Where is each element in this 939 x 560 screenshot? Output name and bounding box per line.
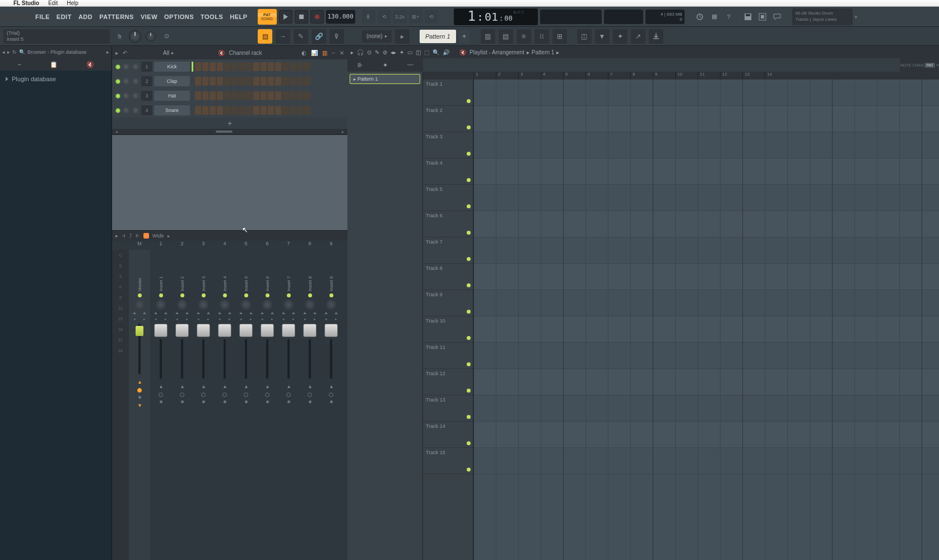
mixer-stereo-icon[interactable]: ◂▸	[133, 317, 146, 321]
step-cell[interactable]	[231, 106, 238, 115]
step-cell[interactable]	[253, 106, 259, 115]
mixer-dock-dot[interactable]	[224, 400, 226, 403]
step-cell[interactable]	[217, 62, 223, 71]
render-icon[interactable]	[756, 11, 769, 23]
mixer-dock-dot[interactable]	[309, 400, 312, 403]
playlist-track-header[interactable]: Track 6	[423, 211, 473, 237]
mixer-pan-knob[interactable]	[134, 300, 145, 310]
mixer-sep-icon[interactable]	[261, 312, 274, 315]
download-icon[interactable]	[649, 29, 663, 44]
step-cell[interactable]	[202, 91, 208, 100]
close-button[interactable]	[3, 13, 10, 20]
step-cell[interactable]	[195, 106, 201, 115]
step-cell[interactable]	[195, 62, 201, 71]
pl-tool-4[interactable]: ⁞⁞	[534, 29, 549, 44]
fx-arrow-icon[interactable]: ▴	[266, 383, 269, 389]
mixer-stereo-icon[interactable]: ◂▸	[261, 317, 273, 321]
mixer-insert-track[interactable]: Insert 1 ◂▸ ▴	[150, 250, 171, 560]
mixer-sep-icon[interactable]	[239, 312, 253, 315]
metronome-icon[interactable]: 🎚	[362, 10, 375, 24]
mixer-fader[interactable]	[282, 324, 295, 337]
time-display[interactable]: 1 : 01 : 00 B:S:T	[454, 8, 538, 25]
menu-tools[interactable]: TOOLS	[198, 13, 225, 20]
channel-add-button[interactable]: +	[112, 118, 347, 129]
mixer-track-label[interactable]: 6	[257, 241, 278, 250]
step-cell[interactable]	[231, 62, 238, 71]
ruler-bar[interactable]: 14	[765, 72, 787, 80]
step-cell[interactable]	[246, 62, 252, 71]
minimize-button[interactable]	[13, 13, 19, 20]
pl-sel-icon[interactable]: ⬚	[424, 49, 429, 55]
pl-headphone-icon[interactable]: 🎧	[357, 49, 364, 55]
fx-arrow-icon[interactable]: ▴	[224, 383, 226, 389]
track-led[interactable]	[467, 125, 471, 129]
channel-scrollbar[interactable]: ◂ ▸	[112, 129, 347, 134]
mixer-fader[interactable]	[261, 324, 274, 337]
menu-help[interactable]: HELP	[227, 13, 249, 20]
menu-add[interactable]: ADD	[76, 13, 95, 20]
ruler-bar[interactable]: 2	[496, 72, 518, 80]
mixer-track-led[interactable]	[308, 293, 312, 297]
channel-name-button[interactable]: Kick	[154, 62, 190, 72]
mixer-stereo-icon[interactable]: ◂▸	[304, 317, 316, 321]
step-cell[interactable]	[290, 106, 296, 115]
mixer-insert-track[interactable]: Insert 2 ◂▸ ▴	[171, 250, 193, 560]
browser-root-item[interactable]: Plugin database	[6, 74, 106, 84]
browser-clipboard-icon[interactable]: 📋	[50, 61, 58, 68]
step-cell[interactable]	[246, 106, 252, 115]
playlist-track-header[interactable]: Track 1	[423, 80, 473, 106]
mixer-pan-knob[interactable]	[241, 300, 251, 310]
win-tool-1[interactable]: ◫	[577, 29, 592, 44]
fx-arrow-icon[interactable]: ▴	[181, 383, 184, 389]
tempo-display[interactable]: 130.000	[326, 10, 355, 24]
channel-number[interactable]: 2	[141, 76, 152, 86]
playlist-track-header[interactable]: Track 2	[423, 106, 473, 132]
mixer-track-led[interactable]	[202, 293, 206, 297]
undo-history-icon[interactable]	[694, 11, 706, 23]
step-cell[interactable]	[217, 106, 223, 115]
stop-button[interactable]	[295, 10, 308, 24]
playlist-track-header[interactable]: Track 9	[423, 290, 473, 316]
mixer-track-label[interactable]: 4	[214, 241, 235, 250]
track-led[interactable]	[467, 178, 471, 182]
step-cell[interactable]	[224, 77, 230, 86]
mixer-stereo-icon[interactable]: ◂▸	[282, 317, 295, 321]
mixer-track-label[interactable]: 1	[150, 241, 171, 250]
channel-pan-knob[interactable]	[122, 63, 130, 71]
pl-title[interactable]: Playlist - Arrangement	[470, 49, 524, 55]
main-pitch-knob[interactable]	[146, 31, 156, 41]
mixer-insert-track[interactable]: Insert 3 ◂▸ ▴	[193, 250, 214, 560]
pl-piano-icon[interactable]: ⊪	[357, 62, 363, 69]
pl-mode-prev-icon[interactable]: ◂	[936, 63, 938, 67]
record-button[interactable]	[310, 10, 324, 24]
mac-menu-help[interactable]: Help	[67, 0, 78, 6]
save-icon[interactable]	[742, 11, 754, 23]
switch-icon[interactable]: ⊙	[160, 30, 173, 43]
wait-icon[interactable]: 3.2x	[393, 10, 407, 24]
countdown-icon[interactable]: ⟲	[378, 10, 391, 24]
mixer-fader[interactable]	[324, 324, 338, 337]
step-cell[interactable]	[253, 91, 259, 100]
chrack-steps-icon[interactable]: ▥	[322, 50, 327, 56]
mixer-link-icon[interactable]: ⥽	[122, 233, 126, 239]
playlist-track-header[interactable]: Track 5	[423, 185, 473, 211]
meter-main[interactable]	[604, 10, 643, 24]
fx-arrow-icon[interactable]: ▴	[245, 383, 248, 389]
track-led[interactable]	[467, 362, 471, 366]
pattern-clip[interactable]: ▸ Pattern 1	[350, 74, 420, 84]
fx-arrow-icon[interactable]: ▴	[138, 379, 141, 385]
mixer-fader[interactable]	[218, 324, 231, 337]
channel-led[interactable]	[115, 64, 120, 69]
menu-options[interactable]: OPTIONS	[162, 13, 196, 20]
step-cell[interactable]	[275, 91, 281, 100]
win-tool-4[interactable]: ↗	[631, 29, 645, 44]
menu-edit[interactable]: EDIT	[54, 13, 74, 20]
pl-auto-icon[interactable]: ✦	[383, 62, 388, 69]
track-led[interactable]	[467, 389, 471, 393]
view-browser-button[interactable]: 🎙	[329, 29, 344, 44]
main-volume-knob[interactable]	[129, 30, 141, 43]
mixer-view-label[interactable]: Wide	[152, 233, 164, 239]
step-cell[interactable]	[297, 62, 303, 71]
mixer-track-label[interactable]: 7	[278, 241, 299, 250]
channel-led[interactable]	[115, 94, 120, 99]
